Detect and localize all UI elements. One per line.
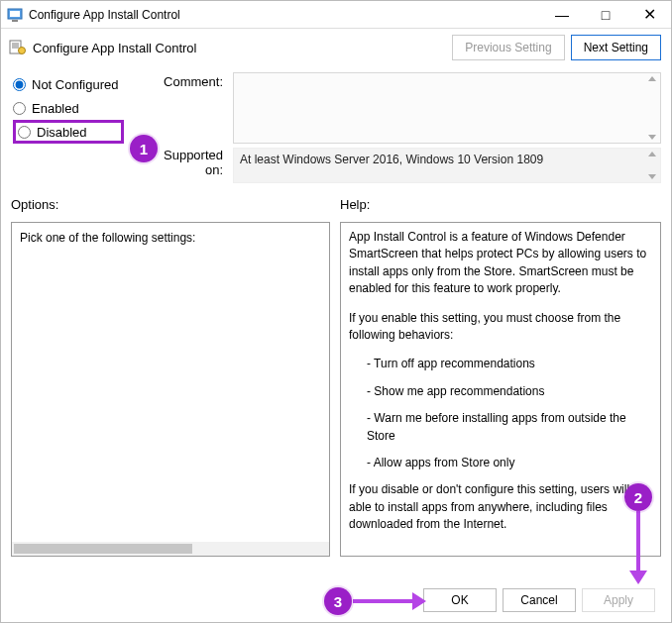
options-panel: Pick one of the following settings: bbox=[11, 222, 330, 557]
options-heading: Options: bbox=[11, 197, 330, 212]
help-column: Help: App Install Control is a feature o… bbox=[340, 197, 661, 557]
close-button[interactable]: ✕ bbox=[627, 1, 671, 29]
radio-enabled-label: Enabled bbox=[32, 101, 79, 116]
app-icon bbox=[7, 7, 23, 23]
radio-not-configured-input[interactable] bbox=[13, 78, 26, 91]
supported-on-text: At least Windows Server 2016, Windows 10… bbox=[233, 148, 661, 183]
options-text: Pick one of the following settings: bbox=[12, 223, 329, 253]
radio-group: Not Configured Enabled Disabled bbox=[13, 72, 150, 144]
svg-point-7 bbox=[19, 48, 26, 54]
svg-rect-1 bbox=[10, 11, 20, 17]
next-setting-button[interactable]: Next Setting bbox=[571, 35, 661, 60]
annotation-badge-3: 3 bbox=[324, 587, 352, 615]
config-comment-row: Not Configured Enabled Disabled Comment: bbox=[1, 68, 671, 144]
help-paragraph-2: If you enable this setting, you must cho… bbox=[349, 310, 648, 345]
options-scrollbar-thumb[interactable] bbox=[14, 544, 192, 554]
svg-rect-2 bbox=[12, 20, 18, 22]
radio-disabled-label: Disabled bbox=[37, 125, 87, 140]
help-paragraph-3: If you disable or don't configure this s… bbox=[349, 481, 648, 533]
cancel-button[interactable]: Cancel bbox=[503, 588, 576, 612]
supported-on-value: At least Windows Server 2016, Windows 10… bbox=[240, 153, 543, 166]
previous-setting-button[interactable]: Previous Setting bbox=[452, 35, 564, 60]
scroll-up-icon[interactable] bbox=[648, 76, 656, 81]
help-heading: Help: bbox=[340, 197, 661, 212]
ok-button[interactable]: OK bbox=[423, 588, 497, 612]
window-controls: ― □ ✕ bbox=[540, 1, 671, 29]
maximize-button[interactable]: □ bbox=[584, 1, 627, 29]
help-bullet-2: - Show me app recommendations bbox=[349, 383, 648, 400]
scroll-down-icon[interactable] bbox=[648, 135, 656, 140]
scroll-down-icon bbox=[648, 174, 656, 179]
policy-icon bbox=[9, 39, 27, 56]
header-row: Configure App Install Control Previous S… bbox=[1, 29, 671, 68]
supported-row: Supported on: At least Windows Server 20… bbox=[1, 144, 671, 183]
radio-enabled[interactable]: Enabled bbox=[13, 96, 150, 120]
radio-enabled-input[interactable] bbox=[13, 102, 26, 115]
radio-disabled-input[interactable] bbox=[18, 126, 31, 139]
minimize-button[interactable]: ― bbox=[540, 1, 584, 29]
help-paragraph-1: App Install Control is a feature of Wind… bbox=[349, 229, 648, 298]
policy-title: Configure App Install Control bbox=[33, 41, 446, 55]
radio-disabled-highlight: Disabled bbox=[13, 120, 124, 144]
supported-on-label: Supported on: bbox=[150, 148, 233, 183]
radio-disabled[interactable]: Disabled bbox=[18, 125, 87, 140]
annotation-badge-2: 2 bbox=[624, 483, 652, 511]
annotation-badge-1: 1 bbox=[130, 135, 158, 162]
columns: Options: Pick one of the following setti… bbox=[1, 183, 671, 557]
dialog-button-row: OK Cancel Apply bbox=[423, 588, 655, 612]
options-column: Options: Pick one of the following setti… bbox=[11, 197, 330, 557]
help-bullet-3: - Warn me before installing apps from ou… bbox=[349, 410, 648, 445]
dialog-window: Configure App Install Control ― □ ✕ Conf… bbox=[0, 0, 672, 623]
radio-not-configured-label: Not Configured bbox=[32, 77, 118, 92]
window-title: Configure App Install Control bbox=[29, 8, 540, 22]
comment-textarea[interactable] bbox=[233, 72, 661, 144]
help-bullet-4: - Allow apps from Store only bbox=[349, 455, 648, 471]
radio-not-configured[interactable]: Not Configured bbox=[13, 72, 150, 96]
options-scrollbar[interactable] bbox=[12, 542, 329, 556]
apply-button[interactable]: Apply bbox=[582, 588, 655, 612]
titlebar: Configure App Install Control ― □ ✕ bbox=[1, 1, 671, 29]
scroll-up-icon bbox=[648, 152, 656, 156]
help-bullet-1: - Turn off app recommendations bbox=[349, 356, 648, 372]
help-panel: App Install Control is a feature of Wind… bbox=[340, 222, 661, 557]
comment-label: Comment: bbox=[150, 72, 233, 144]
